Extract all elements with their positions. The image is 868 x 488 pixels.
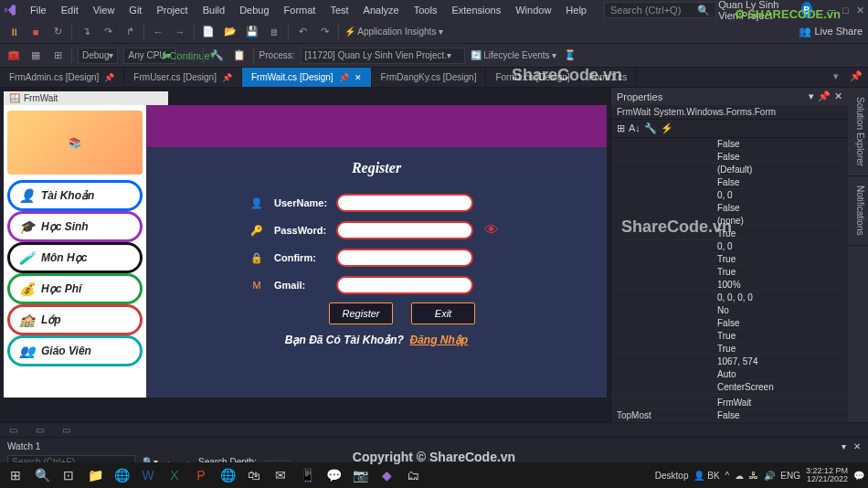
config-dropdown[interactable]: Debug ▾ (78, 48, 118, 64)
search-icon[interactable]: 🔍 (30, 464, 54, 486)
network-icon[interactable]: 🖧 (749, 471, 758, 481)
tab-form1-design[interactable]: Form1.cs [Design] (486, 68, 579, 87)
app-icon[interactable]: 📱 (295, 464, 319, 486)
step-over-icon[interactable]: ↷ (100, 24, 116, 40)
prop-value[interactable]: CenterScreen (717, 382, 842, 392)
property-row[interactable]: 100% (611, 279, 848, 292)
tab-frmdangky[interactable]: FrmDangKy.cs [Design] (372, 68, 487, 87)
grid-icon[interactable]: ▦ (27, 48, 44, 64)
tab-frmuser[interactable]: FrmUser.cs [Design]📌 (124, 68, 242, 87)
live-share-button[interactable]: 👥 Live Share (799, 26, 863, 37)
prop-value[interactable]: 0, 0, 0, 0 (717, 292, 842, 302)
pin-icon[interactable]: 📌 (104, 73, 114, 82)
property-row[interactable]: False (611, 151, 848, 164)
text-input[interactable] (336, 221, 473, 239)
forward-icon[interactable]: → (172, 24, 188, 40)
property-row[interactable]: No (611, 304, 848, 317)
nav-môn-học[interactable]: 🧪Môn Học (7, 242, 143, 273)
app-insights-dropdown[interactable]: ⚡ Application Insights ▾ (344, 27, 443, 37)
dropdown-icon[interactable]: ▾ (842, 441, 846, 451)
toolbox-icon[interactable]: 🧰 (5, 48, 22, 64)
tab-frmwait[interactable]: FrmWait.cs [Design]📌✕ (242, 68, 372, 87)
property-row[interactable]: False (611, 202, 848, 215)
text-input[interactable] (336, 249, 473, 267)
restart-icon[interactable]: ↻ (49, 24, 66, 40)
eye-icon[interactable]: 👁 (484, 222, 499, 239)
stop-icon[interactable]: ■ (27, 24, 44, 40)
app-icon[interactable]: 📷 (348, 464, 372, 486)
prop-value[interactable]: True (717, 254, 842, 264)
property-row[interactable]: (none) (611, 215, 848, 228)
step-into-icon[interactable]: ↴ (78, 24, 94, 40)
nav-học-phí[interactable]: 💰Học Phí (7, 273, 143, 304)
property-row[interactable]: 0, 0 (611, 189, 848, 202)
prop-value[interactable]: False (717, 177, 842, 187)
explorer-icon[interactable]: 📁 (83, 464, 107, 486)
lifecycle-dropdown[interactable]: 🔄 Lifecycle Events ▾ (471, 50, 557, 60)
menu-help[interactable]: Help (559, 3, 593, 17)
menu-file[interactable]: File (24, 3, 53, 17)
prop-value[interactable]: False (717, 152, 842, 162)
app-icon[interactable]: 🗂 (401, 464, 425, 486)
property-row[interactable]: True (611, 266, 848, 279)
selected-object[interactable]: FrmWait System.Windows.Forms.Form (611, 105, 848, 120)
tool-icon[interactable]: 📋 (231, 48, 248, 64)
clock[interactable]: 3:22:12 PM12/21/2022 (806, 467, 848, 483)
prop-value[interactable]: True (717, 344, 842, 354)
lang-indicator[interactable]: ENG (780, 471, 800, 481)
tab-icon[interactable]: ▭ (36, 425, 44, 435)
property-row[interactable]: 0, 0, 0, 0 (611, 292, 848, 304)
prop-value[interactable]: True (717, 228, 842, 239)
nav-giáo-viên[interactable]: 👥Giáo Viên (7, 335, 143, 366)
mail-icon[interactable]: ✉ (269, 464, 292, 486)
redo-icon[interactable]: ↷ (316, 24, 333, 40)
tab-form1-cs[interactable]: Form1.cs (580, 68, 638, 87)
bk-icon[interactable]: 👤 BK (693, 471, 719, 481)
prop-value[interactable]: (Default) (717, 164, 842, 175)
prop-value[interactable]: 0, 0 (717, 190, 842, 200)
prop-value[interactable]: Auto (717, 369, 842, 379)
open-icon[interactable]: 📂 (222, 24, 238, 40)
tab-icon[interactable]: ▭ (62, 425, 70, 435)
text-input[interactable] (336, 276, 473, 294)
register-button[interactable]: Register (329, 302, 393, 324)
store-icon[interactable]: 🛍 (242, 464, 266, 486)
save-icon[interactable]: 💾 (244, 24, 260, 40)
menu-format[interactable]: Format (278, 3, 323, 17)
tab-overflow-icon[interactable]: ▾ (828, 68, 844, 87)
property-row[interactable]: (Default) (611, 164, 848, 176)
text-input[interactable] (336, 194, 473, 212)
start-icon[interactable]: ⊞ (4, 464, 27, 486)
notifications-tab[interactable]: Notifications (848, 176, 868, 245)
property-row[interactable]: False (611, 317, 848, 330)
close-icon[interactable]: ✕ (856, 5, 864, 16)
dropdown-icon[interactable]: ▾ (809, 90, 814, 102)
property-row[interactable]: True (611, 330, 848, 343)
property-row[interactable]: False (611, 176, 848, 189)
close-icon[interactable]: ✕ (834, 90, 842, 102)
pin-icon[interactable]: 📌 (222, 73, 232, 82)
close-tab-icon[interactable]: ✕ (355, 73, 362, 82)
login-link[interactable]: Đăng Nhập (410, 334, 469, 346)
process-dropdown[interactable]: [11720] Quan Ly Sinh Vien Project. ▾ (301, 48, 465, 64)
new-icon[interactable]: 📄 (200, 24, 217, 40)
property-row[interactable]: True (611, 228, 848, 240)
nav-học-sinh[interactable]: 🎓Học Sinh (7, 211, 143, 242)
prop-value[interactable]: False (717, 139, 842, 149)
align-icon[interactable]: ⊞ (49, 48, 66, 64)
property-row[interactable]: CenterScreen (611, 381, 848, 394)
excel-icon[interactable]: X (163, 464, 186, 486)
solution-explorer-tab[interactable]: Solution Explorer (848, 88, 868, 176)
prop-value[interactable]: 100% (717, 280, 842, 290)
menu-view[interactable]: View (87, 3, 122, 17)
vs-icon[interactable]: ◆ (375, 464, 398, 486)
properties-icon[interactable]: 🔧 (644, 122, 657, 134)
maximize-icon[interactable]: □ (842, 5, 849, 16)
desktop-toggle[interactable]: Desktop (655, 471, 689, 481)
events-icon[interactable]: ⚡ (661, 122, 673, 134)
tab-icon[interactable]: ▭ (9, 425, 17, 435)
menu-build[interactable]: Build (196, 3, 231, 17)
property-row[interactable]: 0, 0 (611, 240, 848, 253)
back-icon[interactable]: ← (150, 24, 166, 40)
taskview-icon[interactable]: ⊡ (57, 464, 80, 486)
